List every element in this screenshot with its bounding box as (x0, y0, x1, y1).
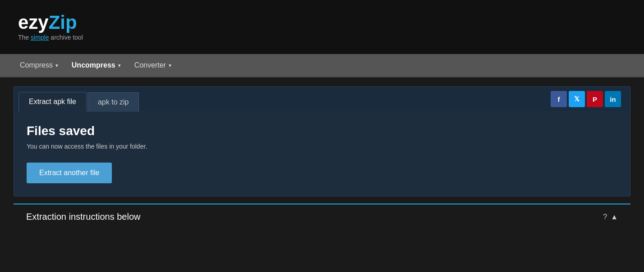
tab-extract-apk[interactable]: Extract apk file (18, 92, 87, 112)
linkedin-share-button[interactable]: in (605, 91, 621, 107)
extract-another-button[interactable]: Extract another file (27, 163, 112, 183)
instructions-title: Extraction instructions below (26, 212, 140, 222)
pinterest-icon: P (593, 95, 597, 103)
nav-converter[interactable]: Converter ▼ (128, 54, 179, 77)
logo-text: ezyZip (18, 13, 83, 32)
nav-converter-label: Converter (134, 61, 166, 69)
twitter-icon: 𝕏 (574, 95, 580, 103)
tab-extract-apk-label: Extract apk file (29, 98, 76, 105)
social-icons: f 𝕏 P in (551, 91, 621, 107)
nav-compress[interactable]: Compress ▼ (14, 54, 65, 77)
nav-uncompress-caret: ▼ (117, 63, 122, 68)
nav-compress-caret: ▼ (55, 63, 59, 68)
linkedin-icon: in (610, 95, 616, 103)
files-saved-subtitle: You can now access the files in your fol… (27, 143, 617, 150)
twitter-share-button[interactable]: 𝕏 (569, 91, 585, 107)
help-icon[interactable]: ? (603, 213, 607, 221)
pinterest-share-button[interactable]: P (587, 91, 603, 107)
facebook-share-button[interactable]: f (551, 91, 567, 107)
tabs-wrapper: Extract apk file apk to zip f 𝕏 P in (14, 87, 630, 111)
nav-uncompress-label: Uncompress (72, 61, 115, 69)
card-body: Files saved You can now access the files… (14, 111, 630, 196)
logo-ezy: ezy (18, 12, 49, 33)
nav-compress-label: Compress (20, 61, 53, 69)
main-content: Extract apk file apk to zip f 𝕏 P in (0, 77, 644, 238)
logo[interactable]: ezyZip The simple archive tool (18, 13, 83, 41)
instructions-controls: ? ▲ (603, 213, 618, 221)
files-saved-title: Files saved (27, 124, 617, 138)
card: Extract apk file apk to zip f 𝕏 P in (14, 86, 630, 196)
tagline-simple: simple (31, 34, 49, 41)
tab-apk-to-zip[interactable]: apk to zip (87, 92, 139, 112)
tab-apk-to-zip-label: apk to zip (98, 98, 129, 106)
logo-tagline: The simple archive tool (18, 34, 83, 41)
header: ezyZip The simple archive tool (0, 0, 644, 54)
nav-uncompress[interactable]: Uncompress ▼ (65, 54, 128, 77)
facebook-icon: f (558, 95, 560, 103)
instructions-bar: Extraction instructions below ? ▲ (14, 204, 630, 229)
nav-converter-caret: ▼ (168, 63, 172, 68)
navigation: Compress ▼ Uncompress ▼ Converter ▼ (0, 54, 644, 77)
expand-icon[interactable]: ▲ (611, 213, 618, 221)
logo-zip: Zip (49, 12, 77, 33)
